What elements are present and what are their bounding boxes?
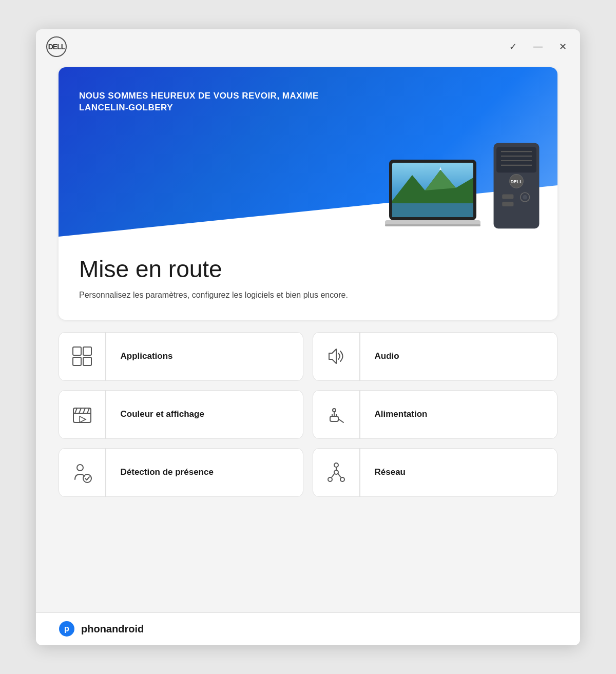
svg-rect-22 (73, 347, 81, 355)
footer-brand: phonandroid (81, 623, 144, 635)
reseau-icon-area (313, 461, 359, 484)
svg-point-33 (333, 409, 336, 412)
display-icon (71, 403, 93, 426)
footer-bar: p phonandroid (36, 612, 580, 645)
titlebar: DELL ✓ — ✕ (36, 29, 580, 62)
alimentation-icon-area (313, 403, 359, 426)
tile-alimentation[interactable]: Alimentation (313, 390, 557, 439)
desktop-illustration: DELL (491, 140, 542, 232)
svg-text:DELL: DELL (510, 179, 523, 184)
tiles-grid: Applications Audio (59, 332, 557, 497)
svg-text:p: p (64, 624, 69, 633)
svg-rect-7 (392, 203, 473, 217)
presence-icon-area (59, 461, 105, 484)
svg-line-46 (332, 473, 335, 477)
presence-icon (71, 461, 93, 484)
tile-couleur-label: Couleur et affichage (106, 409, 219, 419)
svg-line-31 (87, 408, 89, 413)
svg-line-30 (83, 408, 85, 413)
svg-rect-25 (83, 357, 91, 365)
window-controls: ✓ — ✕ (506, 40, 570, 53)
tile-couleur[interactable]: Couleur et affichage (59, 390, 303, 439)
tile-presence-label: Détection de présence (106, 467, 228, 477)
audio-icon (325, 345, 348, 368)
svg-rect-19 (502, 202, 513, 206)
grid-icon (71, 345, 93, 368)
svg-line-28 (75, 408, 77, 413)
tile-reseau[interactable]: Réseau (313, 448, 557, 497)
laptop-illustration (384, 155, 487, 237)
content-area: NOUS SOMMES HEUREUX DE VOUS REVOIR, MAXI… (36, 62, 580, 612)
svg-point-21 (523, 195, 527, 199)
tile-applications-label: Applications (106, 351, 187, 361)
svg-marker-32 (80, 416, 86, 422)
app-window: DELL ✓ — ✕ NOUS SOMMES HEUREUX DE VOUS R… (36, 29, 580, 645)
phonandroid-logo-icon: p (59, 621, 75, 637)
audio-icon-area (313, 345, 359, 368)
svg-line-29 (79, 408, 81, 413)
close-button[interactable]: ✕ (556, 40, 570, 53)
applications-icon-area (59, 345, 105, 368)
svg-point-40 (83, 474, 91, 483)
hero-card: NOUS SOMMES HEUREUX DE VOUS REVOIR, MAXI… (59, 67, 557, 320)
tile-applications[interactable]: Applications (59, 332, 303, 381)
hero-banner-text: NOUS SOMMES HEUREUX DE VOUS REVOIR, MAXI… (79, 90, 346, 114)
hero-body: Mise en route Personnalisez les paramètr… (59, 237, 557, 320)
svg-point-44 (340, 477, 344, 482)
couleur-icon-area (59, 403, 105, 426)
dell-logo-text: DELL (48, 43, 65, 51)
power-icon (325, 403, 348, 426)
tile-reseau-label: Réseau (360, 467, 420, 477)
tile-presence[interactable]: Détection de présence (59, 448, 303, 497)
svg-rect-35 (330, 416, 338, 421)
svg-rect-23 (83, 347, 91, 355)
svg-point-39 (77, 465, 83, 471)
hero-banner: NOUS SOMMES HEUREUX DE VOUS REVOIR, MAXI… (59, 67, 557, 237)
network-icon (325, 461, 348, 484)
svg-point-42 (334, 463, 338, 467)
minimize-button[interactable]: — (530, 40, 546, 53)
hero-title: Mise en route (79, 255, 537, 283)
svg-rect-11 (496, 147, 536, 172)
tile-audio[interactable]: Audio (313, 332, 557, 381)
hero-subtitle: Personnalisez les paramètres, configurez… (79, 289, 537, 301)
svg-rect-24 (73, 357, 81, 365)
svg-rect-9 (385, 224, 480, 226)
svg-line-36 (338, 419, 343, 422)
check-button[interactable]: ✓ (506, 40, 520, 53)
tile-alimentation-label: Alimentation (360, 409, 442, 419)
hero-devices: DELL (384, 140, 542, 237)
dell-logo: DELL (46, 36, 67, 57)
svg-rect-18 (502, 194, 513, 199)
svg-point-43 (328, 477, 332, 482)
svg-line-47 (338, 473, 341, 477)
tile-audio-label: Audio (360, 351, 414, 361)
